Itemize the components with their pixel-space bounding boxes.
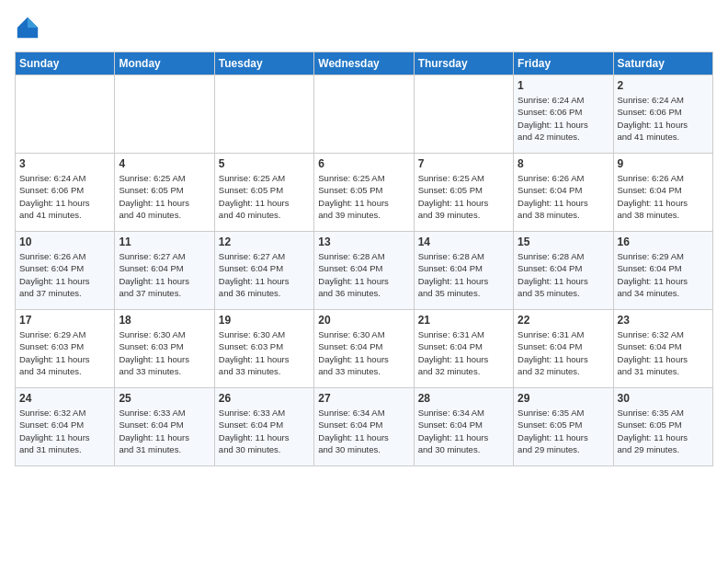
- calendar-cell: 1Sunrise: 6:24 AM Sunset: 6:06 PM Daylig…: [514, 75, 613, 154]
- calendar-cell: 16Sunrise: 6:29 AM Sunset: 6:04 PM Dayli…: [613, 232, 712, 310]
- day-info: Sunrise: 6:28 AM Sunset: 6:04 PM Dayligh…: [518, 250, 609, 299]
- day-info: Sunrise: 6:26 AM Sunset: 6:04 PM Dayligh…: [518, 172, 609, 221]
- day-number: 17: [19, 314, 110, 327]
- calendar-cell: 3Sunrise: 6:24 AM Sunset: 6:06 PM Daylig…: [16, 154, 115, 232]
- day-number: 9: [618, 157, 709, 170]
- calendar-cell: 26Sunrise: 6:33 AM Sunset: 6:04 PM Dayli…: [214, 388, 313, 466]
- calendar-cell: [115, 75, 214, 154]
- day-info: Sunrise: 6:33 AM Sunset: 6:04 PM Dayligh…: [219, 407, 310, 455]
- day-info: Sunrise: 6:32 AM Sunset: 6:04 PM Dayligh…: [19, 407, 110, 455]
- day-number: 27: [318, 392, 409, 405]
- day-number: 29: [518, 392, 609, 405]
- calendar-cell: 15Sunrise: 6:28 AM Sunset: 6:04 PM Dayli…: [514, 232, 613, 310]
- day-number: 16: [618, 236, 709, 248]
- weekday-header: Tuesday: [214, 52, 313, 75]
- day-number: 21: [418, 314, 509, 327]
- day-info: Sunrise: 6:35 AM Sunset: 6:05 PM Dayligh…: [618, 407, 709, 455]
- logo-icon: [15, 15, 40, 40]
- day-number: 11: [119, 236, 210, 248]
- calendar-cell: 25Sunrise: 6:33 AM Sunset: 6:04 PM Dayli…: [115, 388, 214, 466]
- day-info: Sunrise: 6:28 AM Sunset: 6:04 PM Dayligh…: [418, 250, 509, 299]
- day-number: 13: [318, 236, 409, 248]
- day-number: 30: [618, 392, 709, 405]
- calendar-cell: 12Sunrise: 6:27 AM Sunset: 6:04 PM Dayli…: [214, 232, 313, 310]
- calendar-cell: 11Sunrise: 6:27 AM Sunset: 6:04 PM Dayli…: [115, 232, 214, 310]
- day-info: Sunrise: 6:33 AM Sunset: 6:04 PM Dayligh…: [119, 407, 210, 455]
- page-header: [15, 15, 713, 40]
- day-info: Sunrise: 6:25 AM Sunset: 6:05 PM Dayligh…: [318, 172, 409, 221]
- calendar-cell: 7Sunrise: 6:25 AM Sunset: 6:05 PM Daylig…: [414, 154, 513, 232]
- day-info: Sunrise: 6:30 AM Sunset: 6:03 PM Dayligh…: [119, 328, 210, 377]
- day-number: 20: [318, 314, 409, 327]
- day-info: Sunrise: 6:24 AM Sunset: 6:06 PM Dayligh…: [518, 94, 609, 143]
- day-info: Sunrise: 6:29 AM Sunset: 6:03 PM Dayligh…: [19, 328, 110, 377]
- day-number: 25: [119, 392, 210, 405]
- day-info: Sunrise: 6:27 AM Sunset: 6:04 PM Dayligh…: [219, 250, 310, 299]
- day-info: Sunrise: 6:31 AM Sunset: 6:04 PM Dayligh…: [518, 328, 609, 377]
- day-number: 10: [19, 236, 110, 248]
- calendar-header: SundayMondayTuesdayWednesdayThursdayFrid…: [16, 52, 713, 75]
- calendar-cell: 30Sunrise: 6:35 AM Sunset: 6:05 PM Dayli…: [613, 388, 712, 466]
- calendar-cell: 19Sunrise: 6:30 AM Sunset: 6:03 PM Dayli…: [214, 310, 313, 388]
- calendar-table: SundayMondayTuesdayWednesdayThursdayFrid…: [15, 52, 713, 466]
- day-info: Sunrise: 6:34 AM Sunset: 6:04 PM Dayligh…: [418, 407, 509, 455]
- day-number: 15: [518, 236, 609, 248]
- day-info: Sunrise: 6:28 AM Sunset: 6:04 PM Dayligh…: [318, 250, 409, 299]
- calendar-cell: 22Sunrise: 6:31 AM Sunset: 6:04 PM Dayli…: [514, 310, 613, 388]
- day-info: Sunrise: 6:25 AM Sunset: 6:05 PM Dayligh…: [418, 172, 509, 221]
- day-number: 5: [219, 157, 310, 170]
- day-info: Sunrise: 6:31 AM Sunset: 6:04 PM Dayligh…: [418, 328, 509, 377]
- day-info: Sunrise: 6:24 AM Sunset: 6:06 PM Dayligh…: [618, 94, 709, 143]
- logo: [15, 15, 44, 40]
- weekday-header: Monday: [115, 52, 214, 75]
- day-number: 26: [219, 392, 310, 405]
- calendar-cell: 14Sunrise: 6:28 AM Sunset: 6:04 PM Dayli…: [414, 232, 513, 310]
- weekday-header: Thursday: [414, 52, 513, 75]
- day-info: Sunrise: 6:26 AM Sunset: 6:04 PM Dayligh…: [618, 172, 709, 221]
- calendar-cell: 10Sunrise: 6:26 AM Sunset: 6:04 PM Dayli…: [16, 232, 115, 310]
- day-number: 19: [219, 314, 310, 327]
- calendar-cell: [214, 75, 313, 154]
- day-number: 1: [518, 79, 609, 92]
- calendar-cell: [314, 75, 414, 154]
- day-info: Sunrise: 6:32 AM Sunset: 6:04 PM Dayligh…: [618, 328, 709, 377]
- weekday-header: Sunday: [16, 52, 115, 75]
- calendar-cell: 4Sunrise: 6:25 AM Sunset: 6:05 PM Daylig…: [115, 154, 214, 232]
- calendar-cell: 17Sunrise: 6:29 AM Sunset: 6:03 PM Dayli…: [16, 310, 115, 388]
- day-info: Sunrise: 6:35 AM Sunset: 6:05 PM Dayligh…: [518, 407, 609, 455]
- day-number: 6: [318, 157, 409, 170]
- day-info: Sunrise: 6:30 AM Sunset: 6:03 PM Dayligh…: [219, 328, 310, 377]
- calendar-cell: 6Sunrise: 6:25 AM Sunset: 6:05 PM Daylig…: [314, 154, 414, 232]
- day-info: Sunrise: 6:30 AM Sunset: 6:04 PM Dayligh…: [318, 328, 409, 377]
- day-number: 3: [19, 157, 110, 170]
- calendar-cell: 13Sunrise: 6:28 AM Sunset: 6:04 PM Dayli…: [314, 232, 414, 310]
- calendar-cell: 18Sunrise: 6:30 AM Sunset: 6:03 PM Dayli…: [115, 310, 214, 388]
- day-info: Sunrise: 6:27 AM Sunset: 6:04 PM Dayligh…: [119, 250, 210, 299]
- day-info: Sunrise: 6:25 AM Sunset: 6:05 PM Dayligh…: [119, 172, 210, 221]
- day-number: 18: [119, 314, 210, 327]
- day-info: Sunrise: 6:29 AM Sunset: 6:04 PM Dayligh…: [618, 250, 709, 299]
- day-number: 24: [19, 392, 110, 405]
- day-number: 28: [418, 392, 509, 405]
- day-number: 7: [418, 157, 509, 170]
- day-number: 12: [219, 236, 310, 248]
- weekday-header: Saturday: [613, 52, 712, 75]
- day-number: 4: [119, 157, 210, 170]
- calendar-cell: 23Sunrise: 6:32 AM Sunset: 6:04 PM Dayli…: [613, 310, 712, 388]
- day-number: 2: [618, 79, 709, 92]
- calendar-cell: 29Sunrise: 6:35 AM Sunset: 6:05 PM Dayli…: [514, 388, 613, 466]
- calendar-cell: [16, 75, 115, 154]
- calendar-cell: 2Sunrise: 6:24 AM Sunset: 6:06 PM Daylig…: [613, 75, 712, 154]
- calendar-cell: 20Sunrise: 6:30 AM Sunset: 6:04 PM Dayli…: [314, 310, 414, 388]
- calendar-cell: 27Sunrise: 6:34 AM Sunset: 6:04 PM Dayli…: [314, 388, 414, 466]
- weekday-header: Wednesday: [314, 52, 414, 75]
- day-number: 23: [618, 314, 709, 327]
- calendar-cell: 24Sunrise: 6:32 AM Sunset: 6:04 PM Dayli…: [16, 388, 115, 466]
- svg-marker-1: [28, 17, 38, 28]
- calendar-cell: 21Sunrise: 6:31 AM Sunset: 6:04 PM Dayli…: [414, 310, 513, 388]
- day-number: 8: [518, 157, 609, 170]
- calendar-cell: 8Sunrise: 6:26 AM Sunset: 6:04 PM Daylig…: [514, 154, 613, 232]
- day-info: Sunrise: 6:26 AM Sunset: 6:04 PM Dayligh…: [19, 250, 110, 299]
- calendar-cell: [414, 75, 513, 154]
- calendar-cell: 9Sunrise: 6:26 AM Sunset: 6:04 PM Daylig…: [613, 154, 712, 232]
